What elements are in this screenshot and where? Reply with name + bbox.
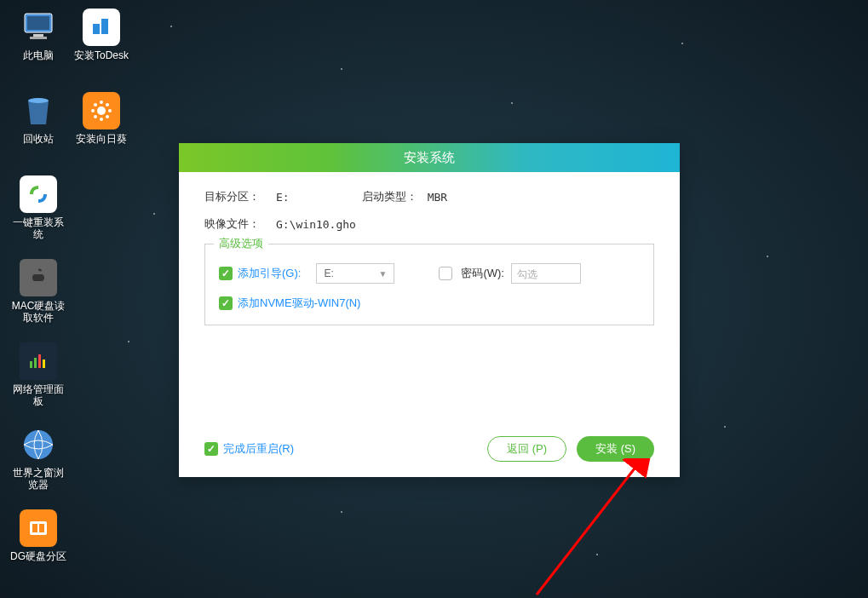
image-file-label: 映像文件： [204, 216, 276, 232]
icon-label: DG硬盘分区 [9, 550, 68, 562]
desktop-icon-this-pc[interactable]: 此电脑 [9, 9, 68, 61]
svg-rect-4 [93, 24, 100, 34]
svg-rect-1 [27, 16, 49, 30]
mac-disk-icon [20, 259, 57, 296]
restart-label: 完成后重启(R) [223, 441, 294, 457]
password-input[interactable]: 勾选 [511, 263, 581, 284]
install-system-dialog: 安装系统 目标分区： E: 启动类型： MBR 映像文件： G:\win10.g… [179, 143, 680, 477]
svg-point-15 [106, 115, 109, 118]
restart-after-check: ✓ 完成后重启(R) [204, 441, 294, 457]
reinstall-icon [20, 175, 57, 213]
svg-line-24 [537, 465, 637, 595]
globe-icon [20, 426, 57, 463]
desktop-icon-recycle[interactable]: 回收站 [9, 92, 68, 145]
svg-point-14 [94, 115, 97, 118]
dialog-body: 目标分区： E: 启动类型： MBR 映像文件： G:\win10.gho 高级… [179, 172, 680, 337]
add-nvme-label: 添加NVME驱动-WIN7(N) [238, 296, 360, 311]
chevron-down-icon: ▼ [378, 269, 387, 279]
svg-rect-3 [30, 37, 47, 39]
dropdown-value: E: [324, 267, 333, 279]
add-boot-dropdown[interactable]: E: ▼ [316, 263, 394, 284]
svg-rect-19 [43, 359, 45, 368]
svg-point-20 [24, 430, 53, 459]
icon-label: 安装ToDesk [72, 49, 131, 61]
install-button[interactable]: 安装 (S) [577, 436, 654, 462]
target-partition-label: 目标分区： [204, 189, 276, 204]
icon-label: 安装向日葵 [72, 133, 131, 145]
network-panel-icon [20, 342, 57, 380]
dialog-footer: ✓ 完成后重启(R) 返回 (P) 安装 (S) [204, 436, 654, 462]
target-partition-value: E: [276, 191, 290, 204]
desktop-icon-todesk[interactable]: 安装ToDesk [72, 9, 131, 61]
svg-rect-17 [34, 358, 37, 368]
desktop-icon-mac-disk[interactable]: MAC硬盘读取软件 [9, 259, 68, 325]
svg-point-7 [97, 106, 106, 115]
icon-label: 此电脑 [9, 49, 68, 61]
advanced-options-fieldset: 高级选项 ✓ 添加引导(G): E: ▼ 密码(W): 勾选 ✓ 添加NVME驱… [204, 244, 654, 325]
svg-point-10 [91, 109, 95, 112]
annotation-arrow [528, 458, 664, 598]
svg-point-11 [108, 109, 112, 112]
icon-label: MAC硬盘读取软件 [9, 300, 68, 325]
desktop-icon-browser[interactable]: 世界之窗浏览器 [9, 426, 68, 492]
target-partition-row: 目标分区： E: 启动类型： MBR [204, 189, 654, 204]
svg-point-13 [106, 103, 109, 106]
advanced-legend: 高级选项 [214, 236, 268, 251]
add-boot-checkbox[interactable]: ✓ [219, 267, 233, 280]
svg-rect-22 [32, 524, 37, 532]
desktop-icon-sunflower[interactable]: 安装向日葵 [72, 92, 131, 145]
boot-type-value: MBR [428, 191, 447, 204]
icon-label: 回收站 [9, 133, 68, 145]
svg-point-8 [100, 101, 103, 104]
recycle-bin-icon [20, 92, 57, 129]
add-nvme-checkbox[interactable]: ✓ [219, 296, 233, 310]
svg-point-12 [94, 103, 97, 106]
image-file-value: G:\win10.gho [276, 218, 356, 231]
boot-type-label: 启动类型： [362, 189, 417, 204]
password-checkbox[interactable] [439, 267, 452, 280]
desktop-icon-dg[interactable]: DG硬盘分区 [9, 509, 68, 562]
icon-label: 一键重装系统 [9, 216, 68, 241]
password-label: 密码(W): [461, 266, 504, 281]
sunflower-icon [83, 92, 120, 129]
svg-rect-23 [39, 524, 44, 532]
todesk-icon [83, 9, 120, 46]
add-boot-row: ✓ 添加引导(G): E: ▼ 密码(W): 勾选 [219, 263, 640, 284]
back-button[interactable]: 返回 (P) [487, 436, 566, 462]
svg-rect-2 [33, 34, 43, 37]
icon-label: 网络管理面板 [9, 383, 68, 408]
pc-icon [20, 9, 57, 46]
svg-point-6 [28, 98, 49, 103]
add-nvme-row: ✓ 添加NVME驱动-WIN7(N) [219, 296, 640, 311]
svg-rect-5 [101, 19, 108, 34]
dialog-title: 安装系统 [179, 143, 680, 172]
desktop-icon-network[interactable]: 网络管理面板 [9, 342, 68, 408]
svg-rect-18 [38, 354, 41, 368]
image-file-row: 映像文件： G:\win10.gho [204, 216, 654, 232]
svg-rect-16 [30, 361, 32, 368]
add-boot-label: 添加引导(G): [238, 266, 301, 281]
restart-checkbox[interactable]: ✓ [204, 442, 218, 456]
desktop-icon-reinstall[interactable]: 一键重装系统 [9, 175, 68, 241]
svg-point-9 [100, 118, 103, 121]
icon-label: 世界之窗浏览器 [9, 467, 68, 492]
dg-partition-icon [20, 509, 57, 547]
